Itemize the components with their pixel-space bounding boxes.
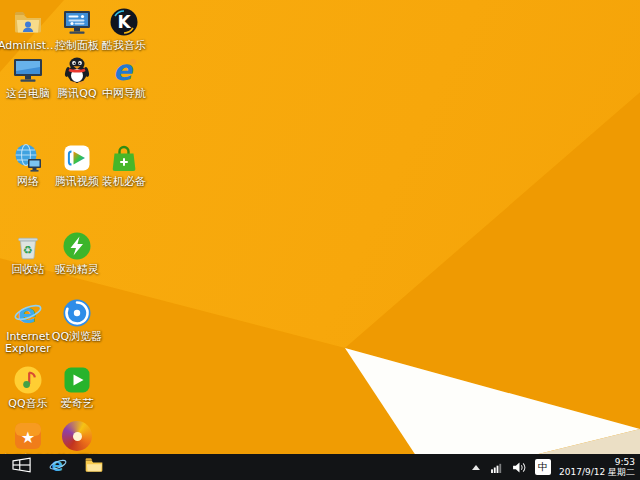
green-bag-icon (108, 142, 140, 174)
zhongwang-e-icon: e (108, 54, 140, 86)
qq-browser-icon (61, 297, 93, 329)
computer-icon (12, 54, 44, 86)
desktop-icon-iqiyi[interactable]: 爱奇艺 (51, 364, 103, 410)
icon-label: 驱动精灵 (37, 264, 117, 276)
desktop-icon-driver-genius[interactable]: 驱动精灵 (51, 230, 103, 276)
taskbar-ie-button[interactable]: e (40, 454, 76, 480)
icon-label: 酷我音乐 (84, 40, 164, 52)
icon-label: 爱奇艺 (37, 398, 117, 410)
start-button[interactable] (4, 454, 40, 480)
desktop-icon-kuwo-music[interactable]: K 酷我音乐 (98, 6, 150, 52)
taskbar-clock[interactable]: 9:53 2017/9/12 星期二 (559, 457, 635, 477)
recycle-bin-icon: ♻ (12, 230, 44, 262)
clock-time: 9:53 (559, 457, 635, 467)
haozhuodao-icon: ★ (12, 420, 44, 452)
volume-tray-icon[interactable] (513, 460, 527, 474)
desktop-icon-zhuangji-bibei[interactable]: 装机必备 (98, 142, 150, 188)
control-panel-icon (61, 6, 93, 38)
internet-explorer-icon: e (12, 297, 44, 329)
folder-icon (84, 455, 104, 479)
svg-text:♻: ♻ (23, 244, 33, 257)
chevron-up-icon (472, 465, 480, 470)
qq-music-icon (12, 364, 44, 396)
swirl-game-icon (61, 420, 93, 452)
driver-genius-icon (61, 230, 93, 262)
ime-indicator[interactable]: 中 (535, 459, 551, 475)
svg-text:K: K (117, 12, 131, 32)
icon-label: QQ浏览器 (37, 331, 117, 343)
desktop-icon-qq-browser[interactable]: QQ浏览器 (51, 297, 103, 343)
clock-date: 2017/9/12 星期二 (559, 467, 635, 477)
windows-logo-icon (11, 456, 33, 478)
kuwo-music-icon: K (108, 6, 140, 38)
network-tray-icon[interactable] (491, 460, 505, 474)
iqiyi-icon (61, 364, 93, 396)
user-folder-icon (12, 6, 44, 38)
icon-label: 中网导航 (84, 88, 164, 100)
svg-text:e: e (52, 455, 63, 475)
tencent-video-icon (61, 142, 93, 174)
desktop-icon-internet-explorer[interactable]: e Internet Explorer (2, 297, 54, 355)
desktop-icon-zhongwang-nav[interactable]: e 中网导航 (98, 54, 150, 100)
internet-explorer-icon: e (48, 455, 68, 479)
icon-label: 装机必备 (84, 176, 164, 188)
svg-text:e: e (113, 54, 134, 86)
svg-text:e: e (18, 298, 36, 329)
taskbar-explorer-button[interactable] (76, 454, 112, 480)
desktop[interactable]: Administrator 这台电脑 网络 (0, 0, 640, 480)
qq-penguin-icon (61, 54, 93, 86)
svg-text:★: ★ (21, 428, 35, 447)
show-hidden-icons-button[interactable] (469, 460, 483, 474)
system-tray: 中 9:53 2017/9/12 星期二 (469, 457, 640, 477)
network-globe-icon (12, 142, 44, 174)
taskbar: e (0, 454, 640, 480)
